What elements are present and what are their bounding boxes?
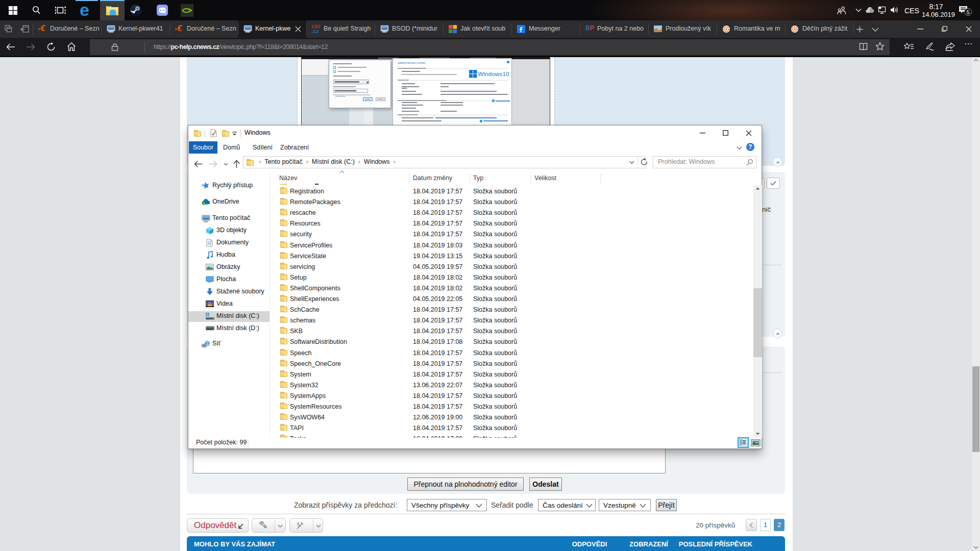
- svg-text:Windows10: Windows10: [478, 70, 509, 77]
